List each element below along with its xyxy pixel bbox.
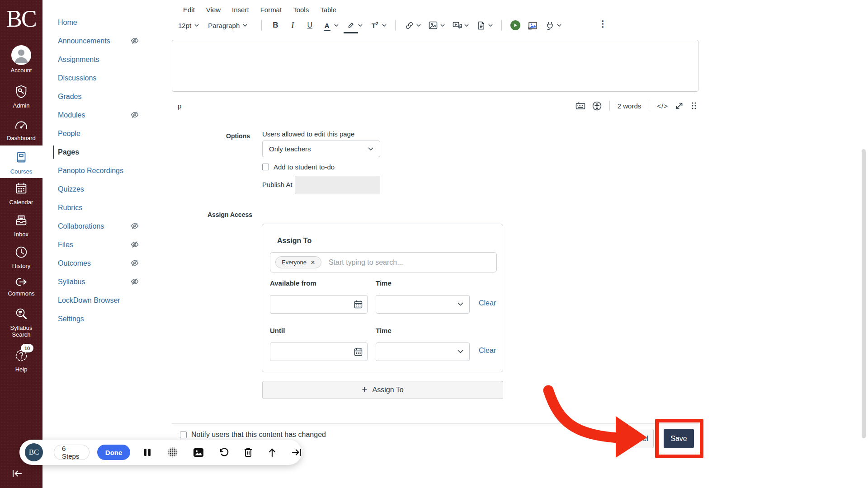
course-nav-item-syllabus[interactable]: Syllabus (42, 272, 172, 291)
toolbar-overflow-button[interactable]: ⋮ (599, 19, 608, 29)
until-time-select[interactable] (376, 343, 470, 361)
collapse-sidebar-icon[interactable] (12, 469, 23, 478)
italic-button[interactable]: I (286, 19, 299, 32)
done-button[interactable]: Done (97, 445, 131, 460)
image-dropdown[interactable] (440, 24, 445, 27)
text-color-dropdown[interactable] (334, 24, 339, 27)
sidebar-item-account[interactable]: Account (0, 45, 42, 74)
sidebar-item-help[interactable]: 10 Help (0, 347, 42, 373)
notify-users-checkbox[interactable] (180, 432, 187, 438)
document-icon (477, 21, 485, 30)
plugins-button[interactable] (543, 19, 556, 32)
media-dropdown[interactable] (464, 24, 469, 27)
course-nav-item-rubrics[interactable]: Rubrics (42, 198, 172, 217)
skip-to-end-button[interactable] (292, 447, 302, 458)
paragraph-style-select[interactable]: Paragraph (208, 22, 247, 29)
page-scrollbar[interactable] (862, 149, 866, 438)
superscript-button[interactable]: T2 (368, 19, 381, 32)
resize-handle-icon[interactable] (690, 101, 698, 110)
student-todo-checkbox[interactable] (262, 164, 269, 170)
highlight-color-dropdown[interactable] (358, 24, 363, 27)
upload-button[interactable] (268, 447, 277, 458)
html-editor-toggle[interactable]: </> (657, 102, 668, 110)
publish-at-input[interactable] (295, 176, 380, 194)
sidebar-item-courses[interactable]: Courses (0, 145, 42, 178)
blur-tool-button[interactable] (167, 447, 178, 458)
text-color-button[interactable]: A (321, 19, 333, 32)
sidebar-item-calendar[interactable]: Calendar (0, 180, 42, 206)
media-button[interactable] (451, 19, 463, 32)
add-assign-to-label: Assign To (373, 386, 404, 394)
clear-available-from-link[interactable]: Clear (479, 299, 496, 307)
course-nav-item-files[interactable]: Files (42, 235, 172, 254)
sidebar-item-history[interactable]: History (0, 244, 42, 269)
image-button[interactable] (427, 19, 439, 32)
steps-count-button[interactable]: 6 Steps (54, 445, 90, 460)
course-nav-item-grades[interactable]: Grades (42, 87, 172, 106)
document-button[interactable] (475, 19, 487, 32)
sidebar-item-dashboard[interactable]: Dashboard (0, 116, 42, 141)
embed-image-button[interactable] (526, 19, 539, 32)
menu-edit[interactable]: Edit (183, 6, 195, 14)
menu-tools[interactable]: Tools (293, 6, 309, 14)
menu-table[interactable]: Table (320, 6, 336, 14)
hidden-eye-icon (130, 221, 139, 230)
plugins-dropdown[interactable] (557, 24, 561, 27)
panopto-button[interactable] (509, 19, 522, 32)
accessibility-checker-icon[interactable] (592, 101, 602, 111)
pause-button[interactable] (143, 447, 152, 458)
course-nav-item-modules[interactable]: Modules (42, 106, 172, 124)
sidebar-item-syllabus-search[interactable]: SyllabusSearch (0, 305, 42, 338)
menu-format[interactable]: Format (260, 6, 282, 14)
assignee-tag-everyone[interactable]: Everyone ✕ (275, 256, 321, 268)
course-nav-item-assignments[interactable]: Assignments (42, 50, 172, 69)
until-date-input[interactable] (270, 343, 368, 361)
editor-content-area[interactable] (172, 40, 698, 92)
screenshot-button[interactable] (193, 447, 204, 458)
course-nav-item-collaborations[interactable]: Collaborations (42, 217, 172, 235)
course-nav-item-pages[interactable]: Pages (42, 143, 172, 161)
underline-button[interactable]: U (303, 19, 316, 32)
link-dropdown[interactable] (416, 24, 421, 27)
course-nav-item-panopto-recordings[interactable]: Panopto Recordings (42, 161, 172, 180)
save-button[interactable]: Save (664, 429, 694, 448)
document-dropdown[interactable] (488, 24, 493, 27)
course-nav-item-outcomes[interactable]: Outcomes (42, 254, 172, 272)
sidebar-item-commons[interactable]: Commons (0, 276, 42, 297)
word-count[interactable]: 2 words (618, 102, 642, 110)
undo-button[interactable] (219, 447, 229, 458)
available-from-time-select[interactable] (376, 295, 470, 314)
recorder-avatar[interactable]: BC (25, 443, 43, 461)
course-nav-item-announcements[interactable]: Announcements (42, 32, 172, 50)
bc-logo[interactable]: BC (0, 5, 42, 32)
course-nav-item-discussions[interactable]: Discussions (42, 69, 172, 87)
highlight-color-button[interactable] (344, 19, 357, 32)
calendar-icon[interactable] (354, 300, 363, 309)
statusbar-divider (649, 101, 649, 111)
course-nav-item-home[interactable]: Home (42, 13, 172, 32)
add-assign-to-button[interactable]: + Assign To (262, 381, 503, 399)
cancel-button[interactable]: Cancel (620, 429, 654, 448)
course-nav-item-lockdown-browser[interactable]: LockDown Browser (42, 291, 172, 310)
link-button[interactable] (403, 19, 415, 32)
keyboard-shortcuts-icon[interactable] (576, 102, 585, 110)
menu-insert[interactable]: Insert (232, 6, 249, 14)
course-nav-item-settings[interactable]: Settings (42, 310, 172, 328)
course-nav-item-people[interactable]: People (42, 124, 172, 143)
superscript-dropdown[interactable] (382, 24, 387, 27)
sidebar-item-inbox[interactable]: Inbox (0, 212, 42, 238)
delete-button[interactable] (244, 447, 253, 458)
element-path-indicator[interactable]: p (178, 102, 181, 110)
edit-permission-select[interactable]: Only teachers (262, 141, 380, 157)
menu-view[interactable]: View (206, 6, 221, 14)
clear-until-link[interactable]: Clear (479, 347, 496, 355)
bold-button[interactable]: B (269, 19, 282, 32)
font-size-select[interactable]: 12pt (178, 22, 199, 29)
sidebar-item-admin[interactable]: Admin (0, 83, 42, 109)
calendar-icon[interactable] (354, 347, 363, 356)
assign-to-input[interactable]: Everyone ✕ Start typing to search... (270, 252, 497, 272)
course-nav-item-quizzes[interactable]: Quizzes (42, 180, 172, 198)
remove-tag-icon[interactable]: ✕ (311, 259, 315, 266)
fullscreen-icon[interactable] (675, 102, 684, 110)
available-from-date-input[interactable] (270, 295, 368, 314)
